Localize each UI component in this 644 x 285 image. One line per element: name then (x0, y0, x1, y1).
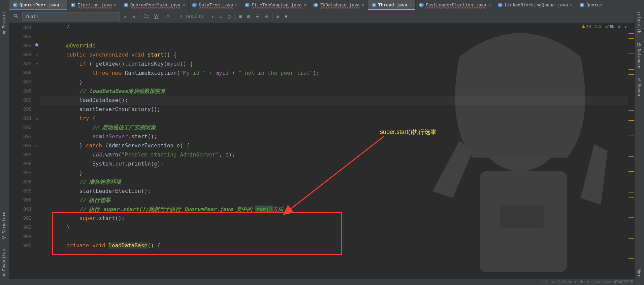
line-number[interactable]: 895 (9, 150, 40, 159)
tab-datatree-java[interactable]: CDataTree.java× (189, 0, 242, 10)
close-tab-icon[interactable]: × (183, 2, 185, 7)
settings-icon[interactable]: ≡ (275, 12, 281, 21)
match-case-icon[interactable]: Cc (142, 12, 150, 21)
code-line[interactable]: LOG.warn("Problem starting AdminServer",… (40, 150, 628, 159)
close-tab-icon[interactable]: × (362, 2, 364, 7)
tab-zkdatabase-java[interactable]: CZKDatabase.java× (310, 0, 368, 10)
line-number[interactable]: 889 (9, 96, 40, 105)
tab-linkedblockingqueue-java[interactable]: CLinkedBlockingQueue.java× (494, 0, 576, 10)
typos-indicator[interactable]: 85 (605, 24, 614, 29)
line-number[interactable]: 881 (9, 23, 40, 32)
fold-icon[interactable]: ⊟ (36, 50, 38, 59)
close-tab-icon[interactable]: × (409, 2, 412, 7)
select-all-occurrences-icon[interactable]: ☰ (254, 12, 261, 21)
tab-filetxnsnaplog-java[interactable]: CFileTxnSnapLog.java× (242, 0, 310, 10)
code-line[interactable]: if (!getView().containsKey(myid)) { (40, 59, 628, 68)
inspection-indicators[interactable]: 49 2 85 ∧ ∨ (581, 24, 627, 29)
tab-quorumpeer-java[interactable]: CQuorumPeer.java× (9, 0, 67, 10)
next-match-icon[interactable]: ↓ (218, 12, 223, 21)
line-number[interactable]: 890 (9, 105, 40, 114)
tab-fastleaderelection-java[interactable]: CFastLeaderElection.java× (416, 0, 495, 10)
line-number[interactable]: 887 (9, 77, 40, 86)
line-number[interactable]: 884⊟ (9, 50, 40, 59)
fold-icon[interactable]: ⊟ (36, 141, 38, 150)
code-line[interactable]: loadDataBase(); (40, 96, 628, 105)
favorites-tool-tab[interactable]: Favorites (0, 244, 8, 282)
code-line[interactable]: // 启动通信工厂实例对象 (40, 123, 628, 132)
find-input[interactable] (22, 12, 120, 21)
maven-tool-tab[interactable]: Maven (635, 73, 643, 101)
close-tab-icon[interactable]: × (488, 2, 491, 7)
select-all-icon[interactable]: ▢ (226, 12, 232, 21)
line-number[interactable]: 896 (9, 159, 40, 168)
code-line[interactable]: // 执行选举 (40, 195, 628, 205)
code-line[interactable]: // 准备选举环境 (40, 177, 628, 186)
line-number[interactable]: 888 (9, 86, 40, 96)
structure-tool-tab[interactable]: Structure (0, 207, 8, 244)
code-line[interactable]: @Override (40, 41, 628, 50)
line-number[interactable]: 886 (9, 68, 40, 77)
close-tab-icon[interactable]: × (61, 2, 64, 7)
code-line[interactable] (40, 32, 628, 41)
line-number[interactable]: 885⊟ (9, 59, 40, 68)
close-tab-icon[interactable]: × (304, 2, 307, 7)
code-line[interactable]: { (40, 23, 628, 32)
line-number[interactable]: 897 (9, 168, 40, 177)
code-editor[interactable]: 881882883884⊟885⊟886887888889890891⊟8928… (9, 23, 628, 279)
code-line[interactable]: adminServer.start(); (40, 132, 628, 141)
code-line[interactable]: throw new RuntimeException("My id " + my… (40, 68, 628, 77)
history-icon[interactable]: ↻ (131, 12, 136, 21)
code-line[interactable]: // 执行 super.start();就相当于执行 QuorumPeer.ja… (40, 205, 628, 214)
line-number[interactable]: 893 (9, 132, 40, 141)
add-selection-icon[interactable]: ⊞ (237, 12, 243, 21)
next-highlight-icon[interactable]: ∨ (624, 24, 627, 29)
database-tool-tab[interactable]: Database (635, 38, 643, 73)
remove-selection-icon[interactable]: ⊟ (246, 12, 251, 21)
line-number[interactable]: 899 (9, 186, 40, 195)
code-line[interactable]: startLeaderElection(); (40, 186, 628, 195)
override-icon[interactable] (34, 41, 39, 50)
code-line[interactable]: private void loadDataBase() { (40, 241, 628, 250)
line-number[interactable]: 905 (9, 241, 40, 250)
exclude-icon[interactable]: ⊘ (264, 12, 269, 21)
wor-tool-tab[interactable]: Wor (635, 265, 643, 282)
close-tab-icon[interactable]: × (114, 2, 117, 7)
prev-highlight-icon[interactable]: ∧ (618, 24, 621, 29)
line-number[interactable]: 903 (9, 223, 40, 232)
regex-icon[interactable]: .* (163, 12, 171, 21)
fold-icon[interactable]: ⊟ (36, 114, 38, 123)
code-line[interactable]: } (40, 168, 628, 177)
code-line[interactable]: } catch (AdminServerException e) { (40, 141, 628, 150)
code-line[interactable]: super.start(); (40, 214, 628, 223)
code-line[interactable]: // loadDataBase冷启动数据恢复 (40, 86, 628, 96)
code-line[interactable] (40, 232, 628, 241)
jclasslib-tool-tab[interactable]: jclasslib (635, 7, 643, 38)
code-line[interactable]: } (40, 77, 628, 86)
gutter[interactable]: 881882883884⊟885⊟886887888889890891⊟8928… (9, 23, 40, 279)
line-number[interactable]: 894⊟ (9, 141, 40, 150)
close-tab-icon[interactable]: × (570, 2, 573, 7)
code-area[interactable]: { @Override public synchronized void sta… (40, 23, 628, 279)
line-number[interactable]: 883 (9, 41, 40, 50)
line-number[interactable]: 900 (9, 195, 40, 205)
minimap[interactable] (628, 23, 635, 279)
close-tab-icon[interactable]: × (235, 2, 238, 7)
line-number[interactable]: 901 (9, 205, 40, 214)
line-number[interactable]: 902 (9, 214, 40, 223)
search-icon[interactable] (12, 12, 20, 21)
line-number[interactable]: 898 (9, 177, 40, 186)
project-tool-tab[interactable]: Project (0, 7, 8, 39)
code-line[interactable]: System.out.println(e); (40, 159, 628, 168)
prev-match-icon[interactable]: ↑ (210, 12, 215, 21)
clear-search-icon[interactable]: ✕ (123, 12, 128, 21)
words-icon[interactable]: W (153, 12, 160, 21)
code-line[interactable]: try { (40, 114, 628, 123)
line-number[interactable]: 882 (9, 32, 40, 41)
fold-icon[interactable]: ⊟ (36, 59, 38, 68)
line-number[interactable]: 892 (9, 123, 40, 132)
weak-warnings-indicator[interactable]: 2 (594, 24, 602, 29)
line-number[interactable]: 904 (9, 232, 40, 241)
tab-quorumpeermain-java[interactable]: CQuorumPeerMain.java× (120, 0, 189, 10)
tab-quorum[interactable]: CQuorum (576, 0, 606, 10)
line-number[interactable]: 891⊟ (9, 114, 40, 123)
